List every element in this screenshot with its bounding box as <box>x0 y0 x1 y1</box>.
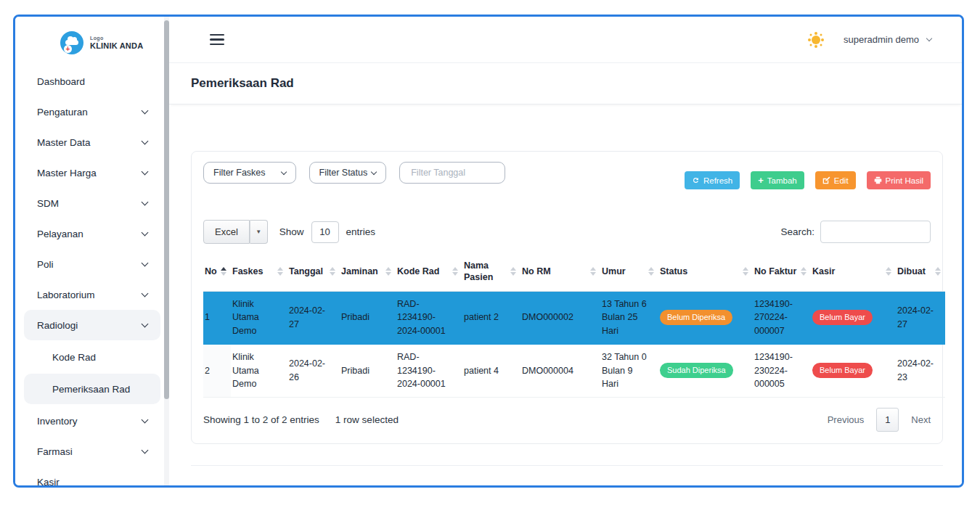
refresh-button[interactable]: Refresh <box>685 171 740 189</box>
column-label: No <box>205 266 217 276</box>
sort-icon <box>743 267 748 276</box>
column-header-umur[interactable]: Umur <box>600 252 658 291</box>
table-cell: Belum Bayar <box>811 291 896 344</box>
user-name: superadmin demo <box>844 34 919 45</box>
next-page-button[interactable]: Next <box>911 414 931 425</box>
sidebar-item-label: Pemeriksaan Rad <box>52 384 130 395</box>
chevron-down-icon <box>142 416 149 423</box>
sort-icon <box>935 267 941 276</box>
entries-select[interactable]: 10 <box>311 221 339 243</box>
column-header-no-rm[interactable]: No RM <box>520 252 600 291</box>
sidebar-item-dashboard[interactable]: Dashboard <box>24 66 160 97</box>
column-header-faskes[interactable]: Faskes <box>231 252 287 291</box>
table-cell: Klinik Utama Demo <box>231 291 287 344</box>
showing-entries-text: Showing 1 to 2 of 2 entries <box>203 414 319 425</box>
sidebar-item-radiologi[interactable]: Radiologi <box>24 310 160 340</box>
filter-status-select[interactable]: Filter Status <box>309 162 387 184</box>
table-cell: Pribadi <box>340 344 396 397</box>
column-header-jaminan[interactable]: Jaminan <box>340 252 396 291</box>
content: Filter Faskes Filter Status <box>169 104 962 466</box>
column-label: Jaminan <box>341 266 378 276</box>
medical-cross-icon: + <box>64 45 72 53</box>
sort-icon <box>648 267 654 276</box>
column-header-kode-rad[interactable]: Kode Rad <box>396 252 462 291</box>
sidebar-item-master-data[interactable]: Master Data <box>24 127 160 157</box>
topbar: superadmin demo <box>169 17 962 63</box>
tambah-button[interactable]: + Tambah <box>751 171 804 189</box>
data-table: NoFaskesTanggalJaminanKode RadNama Pasie… <box>203 252 945 398</box>
brand-logo[interactable]: + Logo KLINIK ANDA <box>15 17 169 66</box>
edit-icon <box>822 176 830 184</box>
sidebar-item-inventory[interactable]: Inventory <box>24 406 160 436</box>
refresh-icon <box>692 176 700 184</box>
table-cell: Belum Diperiksa <box>658 291 753 344</box>
search-input[interactable] <box>820 221 931 243</box>
page-title: Pemeriksaan Rad <box>191 76 294 91</box>
table-cell: 2024-02-27 <box>896 291 945 344</box>
column-header-nama-pasien[interactable]: Nama Pasien <box>462 252 520 291</box>
sidebar-item-poli[interactable]: Poli <box>24 249 160 279</box>
sort-icon <box>510 267 516 276</box>
sidebar-item-label: Kasir <box>37 477 60 488</box>
print-hasil-button[interactable]: Print Hasil <box>867 171 931 189</box>
table-cell: 1 <box>203 291 231 344</box>
sidebar-item-sdm[interactable]: SDM <box>24 188 160 218</box>
print-hasil-label: Print Hasil <box>886 176 923 185</box>
table-card: Filter Faskes Filter Status <box>191 151 943 444</box>
table-cell: RAD-1234190-2024-00001 <box>396 291 462 344</box>
user-menu[interactable]: superadmin demo <box>844 34 931 45</box>
show-label: Show <box>279 226 304 237</box>
table-cell: 13 Tahun 6 Bulan 25 Hari <box>600 291 658 344</box>
table-cell: Belum Bayar <box>811 344 896 397</box>
refresh-label: Refresh <box>703 176 732 185</box>
export-excel-button[interactable]: Excel <box>203 220 250 244</box>
sidebar-item-pelayanan[interactable]: Pelayanan <box>24 218 160 249</box>
status-badge: Sudah Diperiksa <box>660 363 733 378</box>
hamburger-menu-icon[interactable] <box>210 34 224 45</box>
sidebar-item-farmasi[interactable]: Farmasi <box>24 436 160 467</box>
sidebar-item-laboratorium[interactable]: Laboratorium <box>24 279 160 310</box>
table-cell: 2 <box>203 344 231 397</box>
app-window: + Logo KLINIK ANDA DashboardPengaturanMa… <box>0 0 980 505</box>
column-header-dibuat[interactable]: Dibuat <box>896 252 945 291</box>
sidebar-item-label: Dashboard <box>37 76 85 87</box>
sidebar-item-label: Master Harga <box>37 168 97 178</box>
sun-icon[interactable] <box>812 36 820 44</box>
table-cell: 2024-02-27 <box>287 291 340 344</box>
sort-icon <box>886 267 891 276</box>
filter-faskes-label: Filter Faskes <box>213 168 266 178</box>
export-dropdown-button[interactable]: ▼ <box>250 220 268 244</box>
table-cell: 1234190-270224-000007 <box>753 291 811 344</box>
chevron-down-icon <box>142 107 149 114</box>
sidebar-item-label: Radiologi <box>37 320 78 331</box>
current-page-button[interactable]: 1 <box>876 408 899 432</box>
sidebar-item-master-harga[interactable]: Master Harga <box>24 157 160 188</box>
table-row[interactable]: 1Klinik Utama Demo2024-02-27PribadiRAD-1… <box>203 291 945 344</box>
table-row[interactable]: 2Klinik Utama Demo2024-02-26PribadiRAD-1… <box>203 344 945 397</box>
column-header-no-faktur[interactable]: No Faktur <box>753 252 811 291</box>
table-cell: Klinik Utama Demo <box>231 344 287 397</box>
table-cell: RAD-1234190-2024-00001 <box>396 344 462 397</box>
sidebar-item-pemeriksaan-rad[interactable]: Pemeriksaan Rad <box>24 374 160 404</box>
table-cell: Sudah Diperiksa <box>658 344 753 397</box>
sidebar-item-kode-rad[interactable]: Kode Rad <box>24 342 160 372</box>
filter-tanggal-input[interactable] <box>409 167 495 178</box>
scrollbar-thumb[interactable] <box>164 20 169 399</box>
sidebar-item-kasir[interactable]: Kasir <box>24 467 160 488</box>
sidebar-scrollbar[interactable] <box>164 17 169 485</box>
filter-faskes-select[interactable]: Filter Faskes <box>203 162 296 184</box>
column-header-no[interactable]: No <box>203 252 231 291</box>
column-label: No Faktur <box>754 266 796 276</box>
column-header-kasir[interactable]: Kasir <box>811 252 896 291</box>
logo-small-label: Logo <box>90 36 143 41</box>
column-header-status[interactable]: Status <box>658 252 753 291</box>
chevron-down-icon <box>142 259 149 266</box>
sidebar-item-pengaturan[interactable]: Pengaturan <box>24 97 160 127</box>
previous-page-button[interactable]: Previous <box>828 414 865 425</box>
entries-label: entries <box>346 226 376 237</box>
column-header-tanggal[interactable]: Tanggal <box>287 252 340 291</box>
sidebar-item-label: Poli <box>37 259 54 270</box>
edit-button[interactable]: Edit <box>815 171 856 189</box>
clinic-cloud-logo-icon: + <box>60 31 83 54</box>
sort-icon <box>590 267 596 276</box>
